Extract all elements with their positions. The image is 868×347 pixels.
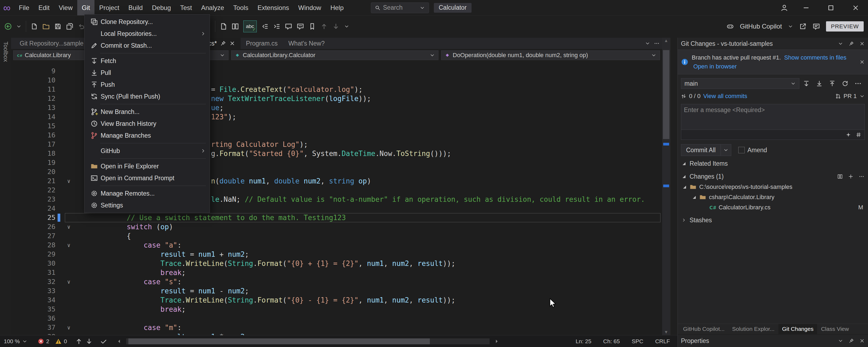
panel-tab-github-copilot[interactable]: GitHub Copilot...: [679, 324, 728, 334]
save-all-icon[interactable]: [66, 23, 73, 30]
show-comments-link[interactable]: Show comments in files: [784, 54, 846, 61]
panel-close-icon[interactable]: [859, 338, 865, 344]
fold-marker[interactable]: [61, 149, 76, 158]
menu-item-open-in-file-explorer[interactable]: Open in File Explorer: [85, 160, 210, 172]
pin-icon[interactable]: [848, 41, 854, 46]
next-issue-icon[interactable]: [85, 338, 93, 345]
section-stashes[interactable]: Stashes: [678, 215, 868, 226]
scroll-down-icon[interactable]: ▼: [662, 330, 670, 335]
panel-close-icon[interactable]: [859, 41, 865, 46]
error-indicator[interactable]: 2: [38, 338, 50, 345]
minimize-button[interactable]: [794, 0, 818, 16]
save-icon[interactable]: [54, 23, 62, 30]
tree-item-c-source-repos-vs-tutorial-samples[interactable]: C:\source\repos\vs-tutorial-samples: [678, 182, 868, 192]
menu-item-fetch[interactable]: Fetch: [85, 55, 210, 67]
scrollbar-thumb[interactable]: [128, 338, 430, 344]
menu-window[interactable]: Window: [293, 0, 326, 16]
fold-marker[interactable]: [61, 305, 76, 314]
fold-marker[interactable]: [61, 140, 76, 149]
expander-icon[interactable]: [682, 185, 687, 189]
tree-item-csharp-calculator-library[interactable]: csharp\Calculator.Library: [678, 192, 868, 202]
document-list-icon[interactable]: [645, 41, 650, 46]
menu-item-new-branch[interactable]: New Branch...: [85, 106, 210, 118]
close-window-button[interactable]: [843, 0, 868, 16]
menu-test[interactable]: Test: [176, 0, 196, 16]
pull-button[interactable]: [813, 78, 825, 89]
fold-marker[interactable]: [61, 66, 76, 76]
menu-build[interactable]: Build: [124, 0, 147, 16]
account-icon[interactable]: [775, 4, 794, 11]
menu-item-push[interactable]: Push: [85, 79, 210, 90]
fold-marker[interactable]: ∨: [61, 323, 76, 332]
menu-file[interactable]: File: [14, 0, 34, 16]
column-indicator[interactable]: Ch: 65: [603, 338, 620, 345]
infobar-close-icon[interactable]: [859, 53, 865, 71]
compare-files-icon[interactable]: [231, 23, 239, 30]
expander-collapsed-icon[interactable]: [681, 218, 686, 223]
fold-marker[interactable]: [61, 85, 76, 94]
previous-bookmark-icon[interactable]: [320, 23, 328, 30]
send-feedback-icon[interactable]: [812, 23, 820, 30]
comment-selection-icon[interactable]: [285, 23, 292, 30]
navigate-back-dropdown-icon[interactable]: [16, 24, 22, 29]
open-file-icon[interactable]: [42, 23, 50, 30]
fold-marker[interactable]: [61, 231, 76, 240]
scrollbar-thumb[interactable]: [663, 50, 670, 139]
solution-badge[interactable]: Calculator: [434, 3, 471, 13]
commit-options-icon[interactable]: [721, 147, 731, 153]
fold-marker[interactable]: [61, 185, 76, 195]
fold-marker[interactable]: ∨: [61, 240, 76, 250]
fold-marker[interactable]: [61, 121, 76, 131]
next-bookmark-icon[interactable]: [332, 23, 340, 30]
menu-item-open-in-command-prompt[interactable]: Open in Command Prompt: [85, 172, 210, 184]
more-actions-icon[interactable]: [859, 174, 864, 179]
push-button[interactable]: [826, 78, 838, 89]
copilot-label[interactable]: GitHub Copilot: [740, 23, 782, 30]
fold-marker[interactable]: ∨: [61, 222, 76, 231]
panel-splitter[interactable]: [670, 38, 678, 347]
view-all-commits-link[interactable]: View all commits: [703, 93, 747, 100]
tab-options-icon[interactable]: [654, 41, 659, 46]
fold-marker[interactable]: [61, 76, 76, 85]
fold-marker[interactable]: [61, 286, 76, 295]
spell-checker-toggle[interactable]: abc ✓: [243, 21, 257, 32]
tab-program-cs[interactable]: Program.cs: [241, 38, 283, 49]
menu-item-github[interactable]: GitHub: [85, 145, 210, 157]
decrease-indent-icon[interactable]: [261, 23, 269, 30]
fold-marker[interactable]: [61, 295, 76, 305]
menu-item-clone-repository[interactable]: Clone Repository...: [85, 16, 210, 28]
scroll-left-icon[interactable]: [117, 339, 122, 344]
more-actions-icon[interactable]: [852, 78, 864, 89]
menu-view[interactable]: View: [54, 0, 77, 16]
spaces-indicator[interactable]: SPC: [632, 338, 643, 345]
preview-badge[interactable]: PREVIEW: [826, 21, 864, 31]
toggle-bookmark-icon[interactable]: [308, 23, 316, 30]
tab-close-icon[interactable]: [229, 40, 235, 46]
expander-icon[interactable]: [692, 196, 696, 199]
fold-marker[interactable]: ∨: [61, 176, 76, 185]
editor-scrollbar[interactable]: ▲ ▼: [662, 38, 670, 335]
panel-menu-icon[interactable]: [838, 338, 843, 344]
search-box[interactable]: Search: [371, 2, 429, 13]
class-dropdown[interactable]: CalculatorLibrary.Calculator: [231, 50, 438, 60]
commit-all-button[interactable]: Commit All: [681, 144, 731, 156]
line-ending-indicator[interactable]: CRLF: [655, 338, 670, 345]
fetch-button[interactable]: [801, 78, 812, 89]
fold-marker[interactable]: [61, 103, 76, 112]
share-icon[interactable]: [799, 23, 807, 30]
menu-item-manage-remotes[interactable]: Manage Remotes...: [85, 187, 210, 199]
insert-issue-icon[interactable]: [856, 132, 861, 137]
fold-marker[interactable]: [61, 195, 76, 204]
toolbox-panel-tab[interactable]: Toolbox: [0, 38, 11, 335]
warning-indicator[interactable]: 0: [55, 338, 67, 345]
tree-item-calculatorlibrary-cs[interactable]: C#CalculatorLibrary.csM: [678, 202, 868, 212]
menu-extensions[interactable]: Extensions: [253, 0, 293, 16]
find-in-files-icon[interactable]: [220, 23, 227, 30]
menu-project[interactable]: Project: [94, 0, 124, 16]
expander-icon[interactable]: [681, 162, 686, 165]
maximize-button[interactable]: [818, 0, 843, 16]
menu-analyze[interactable]: Analyze: [196, 0, 228, 16]
generate-message-icon[interactable]: [846, 132, 851, 137]
fold-marker[interactable]: [61, 158, 76, 167]
increase-indent-icon[interactable]: [273, 23, 280, 30]
